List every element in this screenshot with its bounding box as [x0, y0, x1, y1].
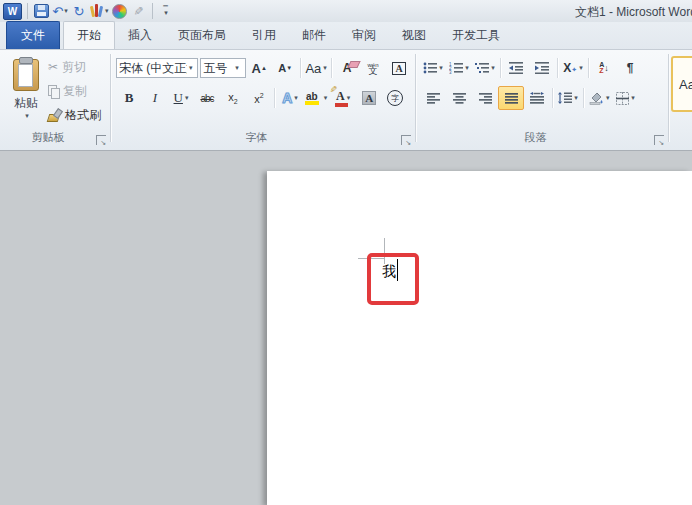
- format-painter-icon: [48, 109, 61, 122]
- paragraph-dialog-launcher[interactable]: ↘: [654, 135, 664, 145]
- chevron-down-icon[interactable]: ▾: [631, 94, 635, 102]
- line-spacing-icon: [558, 92, 572, 104]
- paste-button[interactable]: 粘贴 ▾: [6, 56, 46, 130]
- style-preview-normal[interactable]: Aa: [671, 56, 692, 112]
- font-dialog-launcher[interactable]: ↘: [401, 135, 411, 145]
- tab-file[interactable]: 文件: [6, 21, 60, 50]
- group-divider: [415, 54, 416, 142]
- bold-button[interactable]: B: [116, 86, 142, 110]
- redo-icon: ↻: [74, 4, 85, 19]
- tab-mailings[interactable]: 邮件: [289, 22, 339, 50]
- change-case-button[interactable]: Aa▾: [303, 56, 329, 80]
- clear-formatting-button[interactable]: A: [334, 56, 360, 80]
- undo-button[interactable]: ↶▾: [52, 2, 68, 20]
- chevron-down-icon[interactable]: ▾: [294, 94, 298, 102]
- divider: [583, 88, 584, 108]
- format-painter-button[interactable]: 格式刷: [48, 104, 101, 126]
- character-border-button[interactable]: A: [386, 56, 412, 80]
- chevron-down-icon[interactable]: ▾: [105, 7, 109, 15]
- distribute-button[interactable]: [524, 86, 550, 110]
- align-left-button[interactable]: [420, 86, 446, 110]
- justify-button[interactable]: [498, 86, 524, 110]
- chevron-down-icon[interactable]: ▾: [9, 112, 45, 120]
- sort-icon: AZ ↓: [599, 62, 609, 74]
- color-wheel-button[interactable]: [112, 2, 128, 20]
- undo-icon: ↶: [52, 4, 63, 19]
- multilevel-list-button[interactable]: ▾: [472, 56, 498, 80]
- tab-insert[interactable]: 插入: [115, 22, 165, 50]
- divider: [300, 58, 301, 78]
- grow-font-button[interactable]: A▲: [246, 56, 272, 80]
- pen-icon: ✎: [132, 6, 146, 16]
- increase-indent-button[interactable]: [529, 56, 555, 80]
- shrink-font-button[interactable]: A▼: [272, 56, 298, 80]
- tab-page-layout[interactable]: 页面布局: [165, 22, 239, 50]
- chevron-down-icon[interactable]: ▾: [579, 64, 583, 72]
- customize-qat-button[interactable]: ▔▾: [158, 2, 174, 20]
- chevron-down-icon[interactable]: ▾: [189, 64, 193, 72]
- decrease-indent-button[interactable]: [503, 56, 529, 80]
- copy-button: 复制: [48, 80, 87, 102]
- text-effects-button[interactable]: A▾: [277, 86, 303, 110]
- line-spacing-button[interactable]: ▾: [555, 86, 581, 110]
- sort-button[interactable]: AZ ↓: [591, 56, 617, 80]
- divider: [588, 58, 589, 78]
- phonetic-guide-button[interactable]: wén 文: [360, 56, 386, 80]
- clipboard-dialog-launcher[interactable]: ↘: [96, 135, 106, 145]
- character-shading-button[interactable]: A: [356, 86, 382, 110]
- chevron-down-icon[interactable]: ▾: [574, 94, 578, 102]
- underline-button[interactable]: U▾: [168, 86, 194, 110]
- chevron-down-icon[interactable]: ▾: [347, 94, 351, 102]
- tab-references[interactable]: 引用: [239, 22, 289, 50]
- chevron-down-icon[interactable]: ▾: [235, 64, 239, 72]
- down-mark-icon: ▼: [286, 65, 292, 71]
- divider: [557, 58, 558, 78]
- subscript-button[interactable]: x2: [220, 86, 246, 110]
- enclose-characters-button[interactable]: 字: [382, 86, 408, 110]
- numbering-icon: 1 2 3: [449, 62, 463, 74]
- tab-review[interactable]: 审阅: [339, 22, 389, 50]
- align-right-button[interactable]: [472, 86, 498, 110]
- italic-button[interactable]: I: [142, 86, 168, 110]
- chevron-down-icon[interactable]: ▾: [185, 94, 189, 102]
- shading-button[interactable]: ▾: [586, 86, 613, 110]
- pilcrow-icon: ¶: [627, 61, 634, 75]
- chevron-down-icon[interactable]: ▾: [491, 64, 495, 72]
- align-center-button[interactable]: [446, 86, 472, 110]
- strikethrough-button[interactable]: abc: [194, 86, 220, 110]
- tab-home[interactable]: 开始: [63, 21, 115, 51]
- text-highlight-button[interactable]: ab ✎ ▾: [303, 86, 330, 110]
- word-app-icon[interactable]: W: [3, 3, 22, 20]
- document-text[interactable]: 我: [382, 263, 396, 281]
- tab-view[interactable]: 视图: [389, 22, 439, 50]
- borders-button[interactable]: ▾: [613, 86, 639, 110]
- chevron-down-icon[interactable]: ▾: [323, 64, 327, 72]
- chevron-down-icon[interactable]: ▾: [465, 64, 469, 72]
- quick-access-toolbar: W ↶▾ ↻ ▾ ✎ ▔▾: [0, 2, 174, 20]
- group-styles-partial: Aa: [671, 50, 692, 148]
- save-button[interactable]: [33, 2, 49, 20]
- chevron-down-icon[interactable]: ▾: [324, 94, 328, 102]
- document-page[interactable]: 我: [267, 171, 692, 505]
- font-name-combobox[interactable]: 宋体 (中文正文 ▾: [116, 58, 198, 78]
- word-window: { "window": { "title": "文档1 - Microsoft …: [0, 0, 692, 505]
- chevron-down-icon[interactable]: ▾: [606, 94, 610, 102]
- justify-icon: [505, 93, 518, 104]
- paint-bucket-icon: [589, 92, 604, 105]
- asian-layout-button[interactable]: X✦▾: [560, 56, 586, 80]
- show-hide-marks-button[interactable]: ¶: [617, 56, 643, 80]
- title-bar: W ↶▾ ↻ ▾ ✎ ▔▾ 文档1 - Microsoft Word: [0, 0, 692, 22]
- divider: [152, 3, 153, 19]
- numbering-button[interactable]: 1 2 3 ▾: [446, 56, 472, 80]
- chevron-down-icon[interactable]: ▾: [439, 64, 443, 72]
- font-size-combobox[interactable]: 五号 ▾: [200, 58, 246, 78]
- redo-button[interactable]: ↻: [71, 2, 87, 20]
- svg-text:3: 3: [449, 70, 452, 74]
- bullets-icon: [423, 62, 437, 74]
- chevron-down-icon[interactable]: ▾: [64, 7, 68, 15]
- bullets-button[interactable]: ▾: [420, 56, 446, 80]
- superscript-button[interactable]: x2: [246, 86, 272, 110]
- tab-developer[interactable]: 开发工具: [439, 22, 513, 50]
- ink-pen-button-disabled: ✎: [131, 2, 147, 20]
- pen-tools-button[interactable]: ▾: [90, 2, 109, 20]
